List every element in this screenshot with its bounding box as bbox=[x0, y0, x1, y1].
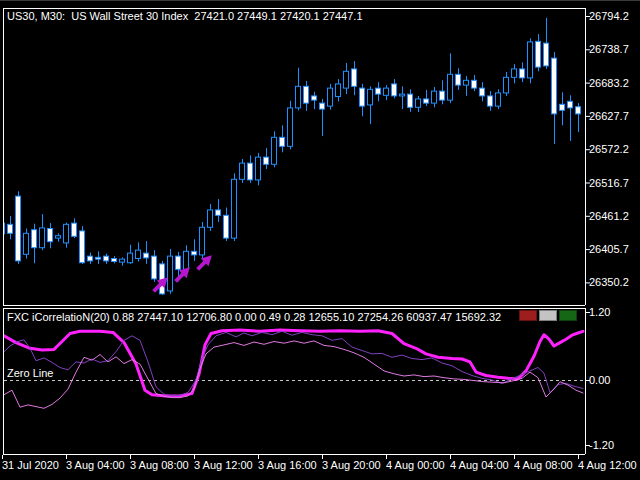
indicator-scale-label: 1.20 bbox=[589, 307, 610, 318]
price-label: 26738.7 bbox=[589, 44, 629, 55]
time-label: 3 Aug 12:00 bbox=[194, 460, 253, 471]
correlation-main bbox=[4, 330, 583, 396]
time-label: 4 Aug 08:00 bbox=[514, 460, 573, 471]
axis-ticks bbox=[3, 17, 591, 460]
correlation-pink bbox=[4, 341, 583, 408]
time-label: 3 Aug 08:00 bbox=[130, 460, 189, 471]
time-label: 3 Aug 16:00 bbox=[258, 460, 317, 471]
legend-swatch-green bbox=[559, 310, 577, 321]
mt5-chart-window: US30, M30: US Wall Street 30 Index 27421… bbox=[0, 0, 640, 480]
time-label: 31 Jul 2020 bbox=[2, 460, 59, 471]
indicator-scale-label: 0.00 bbox=[589, 375, 610, 386]
price-label: 26572.2 bbox=[589, 144, 629, 155]
chart-canvas[interactable] bbox=[0, 1, 640, 480]
panel-borders bbox=[3, 8, 586, 455]
zero-line-label: Zero Line bbox=[7, 368, 53, 379]
chart-title: US30, M30: US Wall Street 30 Index 27421… bbox=[7, 11, 363, 22]
price-label: 26794.2 bbox=[589, 11, 629, 22]
time-label: 3 Aug 20:00 bbox=[322, 460, 381, 471]
candles-layer[interactable] bbox=[0, 18, 581, 295]
time-label: 4 Aug 12:00 bbox=[578, 460, 637, 471]
legend-swatch-red bbox=[519, 310, 537, 321]
indicator-lines-layer[interactable] bbox=[4, 330, 584, 408]
legend-swatch-gray bbox=[539, 310, 557, 321]
time-label: 3 Aug 04:00 bbox=[66, 460, 125, 471]
price-label: 26627.7 bbox=[589, 111, 629, 122]
time-label: 4 Aug 04:00 bbox=[450, 460, 509, 471]
price-label: 26350.2 bbox=[589, 277, 629, 288]
price-label: 26516.7 bbox=[589, 178, 629, 189]
indicator-title: FXC iCorrelatioN(20) 0.88 27447.10 12706… bbox=[7, 312, 501, 323]
price-label: 26405.7 bbox=[589, 244, 629, 255]
indicator-scale-label: -1.20 bbox=[589, 440, 614, 451]
price-label: 26461.2 bbox=[589, 211, 629, 222]
price-label: 26683.2 bbox=[589, 78, 629, 89]
buy-arrow-icon bbox=[198, 255, 212, 269]
time-label: 4 Aug 00:00 bbox=[386, 460, 445, 471]
